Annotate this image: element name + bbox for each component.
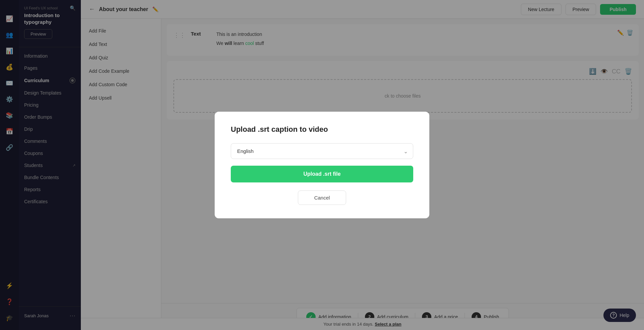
- modal-title: Upload .srt caption to video: [231, 125, 413, 134]
- upload-srt-button[interactable]: Upload .srt file: [231, 166, 413, 182]
- modal-select-wrapper: English French Spanish German Italian Po…: [231, 143, 413, 159]
- modal-overlay[interactable]: Upload .srt caption to video English Fre…: [0, 0, 644, 330]
- cancel-modal-button[interactable]: Cancel: [298, 190, 346, 205]
- modal-box: Upload .srt caption to video English Fre…: [215, 112, 429, 218]
- language-select[interactable]: English French Spanish German Italian Po…: [231, 143, 413, 159]
